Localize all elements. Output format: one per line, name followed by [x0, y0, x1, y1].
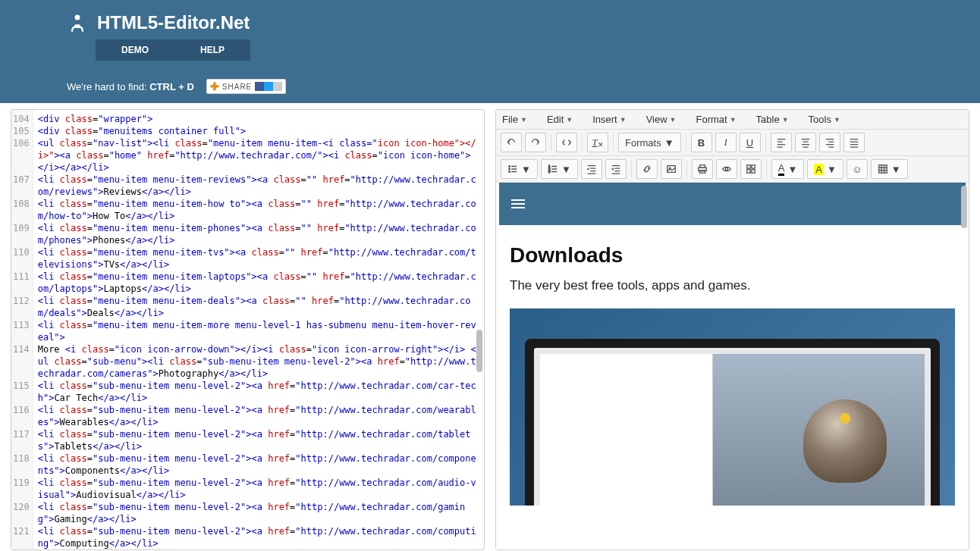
svg-point-13 [725, 167, 728, 171]
svg-rect-1 [75, 24, 80, 28]
toolbar-row-1: T✕ Formats▼ B I U [496, 130, 969, 156]
tagline: We're hard to find: CTRL + D ✚ SHARE [67, 79, 913, 94]
toolbar-row-2: ▼ 123▼ A▼ A▼ ☺ ▼ [496, 156, 969, 183]
menubar: File▼ Edit▼ Insert▼ View▼ Format▼ Table▼… [496, 110, 969, 130]
indent-button[interactable] [605, 159, 627, 179]
preview-hero-image [510, 308, 955, 506]
svg-rect-16 [747, 170, 750, 173]
svg-point-0 [75, 15, 80, 20]
menu-edit[interactable]: Edit▼ [547, 114, 573, 125]
table-button[interactable]: ▼ [871, 159, 908, 179]
social-icons [255, 82, 282, 91]
nav-help[interactable]: HELP [174, 39, 250, 61]
svg-point-3 [509, 168, 510, 170]
italic-button[interactable]: I [715, 133, 737, 152]
text-color-button[interactable]: A▼ [771, 159, 805, 179]
menu-tools[interactable]: Tools▼ [809, 114, 840, 125]
align-center-button[interactable] [795, 133, 816, 152]
logo-icon [67, 12, 88, 33]
site-header: HTML5-Editor.Net DEMO HELP We're hard to… [0, 0, 980, 103]
svg-rect-12 [699, 171, 705, 174]
number-list-button[interactable]: 123▼ [541, 159, 578, 179]
svg-text:3: 3 [548, 170, 551, 174]
align-right-button[interactable] [819, 133, 840, 152]
underline-button[interactable]: U [740, 133, 761, 152]
menu-insert[interactable]: Insert▼ [592, 114, 626, 125]
menu-file[interactable]: File▼ [502, 114, 527, 125]
svg-point-2 [509, 166, 510, 167]
menu-table[interactable]: Table▼ [756, 114, 789, 125]
preview-header-bar [499, 183, 966, 225]
menu-format[interactable]: Format▼ [696, 114, 737, 125]
bg-color-button[interactable]: A▼ [807, 159, 843, 179]
emoji-button[interactable]: ☺ [847, 159, 868, 179]
link-button[interactable] [636, 159, 658, 179]
brand: HTML5-Editor.Net [67, 12, 913, 33]
line-gutter: 1041051061071081091101111121131141151161… [11, 110, 33, 549]
share-button[interactable]: ✚ SHARE [206, 79, 286, 94]
code-editor[interactable]: 1041051061071081091101111121131141151161… [11, 109, 485, 550]
align-justify-button[interactable] [843, 133, 865, 152]
menu-view[interactable]: View▼ [646, 114, 677, 125]
svg-rect-14 [747, 165, 750, 168]
wysiwyg-editor: File▼ Edit▼ Insert▼ View▼ Format▼ Table▼… [495, 109, 969, 550]
code-content[interactable]: <div class="wrapper"><div class="menuite… [33, 110, 484, 549]
svg-point-4 [509, 171, 510, 173]
clear-format-button[interactable]: T✕ [587, 133, 608, 152]
outdent-button[interactable] [581, 159, 602, 179]
bold-button[interactable]: B [691, 133, 712, 152]
wysiwyg-scrollbar[interactable] [961, 186, 967, 228]
source-code-button[interactable] [556, 133, 577, 152]
formats-dropdown[interactable]: Formats▼ [618, 133, 681, 152]
hamburger-icon[interactable] [511, 199, 525, 208]
brand-title: HTML5-Editor.Net [97, 12, 250, 33]
preview-subtitle: The very best free tools, apps and games… [510, 278, 955, 293]
svg-rect-17 [752, 170, 755, 173]
plus-icon: ✚ [210, 80, 219, 92]
editor-area: 1041051061071081091101111121131141151161… [0, 103, 980, 550]
bullet-list-button[interactable]: ▼ [501, 159, 538, 179]
fullscreen-button[interactable] [740, 159, 762, 179]
header-nav: DEMO HELP [96, 39, 250, 61]
redo-button[interactable] [525, 133, 546, 152]
undo-button[interactable] [501, 133, 522, 152]
preview-title: Downloads [510, 243, 955, 268]
preview-area[interactable]: Downloads The very best free tools, apps… [496, 183, 969, 549]
align-left-button[interactable] [771, 133, 792, 152]
image-button[interactable] [661, 159, 682, 179]
print-button[interactable] [692, 159, 713, 179]
svg-rect-18 [879, 165, 887, 174]
nav-demo[interactable]: DEMO [96, 39, 174, 61]
svg-rect-15 [752, 165, 755, 168]
preview-button[interactable] [716, 159, 737, 179]
code-scrollbar[interactable] [476, 330, 482, 372]
